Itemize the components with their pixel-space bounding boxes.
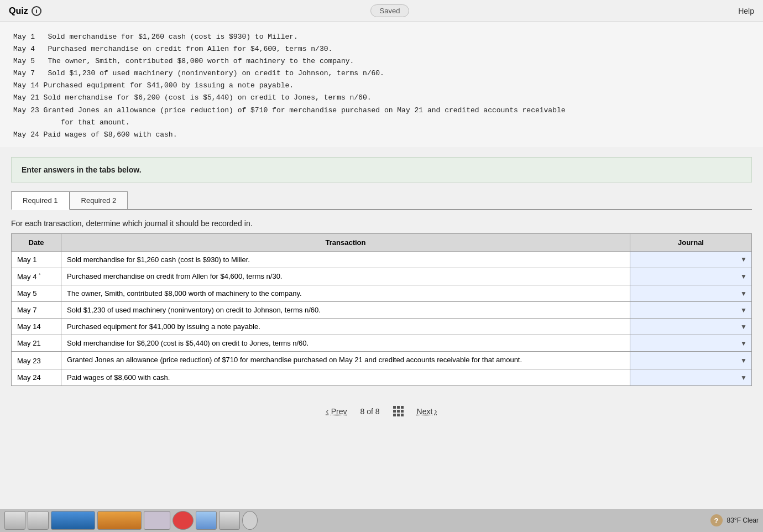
problem-area: May 1 Sold merchandise for $1,260 cash (… <box>0 22 763 148</box>
taskbar-btn-7[interactable] <box>196 511 217 530</box>
dropdown-arrow-3[interactable]: ▼ <box>740 290 747 298</box>
dropdown-arrow-6[interactable]: ▼ <box>740 340 747 347</box>
grid-icon[interactable] <box>393 406 404 416</box>
taskbar-btn-3[interactable] <box>51 511 95 530</box>
pagination: ‹ Prev 8 of 8 Next › <box>0 395 763 423</box>
problem-line-3: May 5 The owner, Smith, contributed $8,0… <box>13 55 750 67</box>
transaction-cell-8: Paid wages of $8,600 with cash. <box>61 369 630 386</box>
info-icon[interactable]: i <box>32 6 41 16</box>
date-cell-2: May 4 * <box>12 268 61 285</box>
problem-line-4: May 7 Sold $1,230 of used machinery (non… <box>13 67 750 80</box>
journal-cell-4[interactable]: ▼ <box>630 302 752 319</box>
of-label: of <box>367 407 373 416</box>
problem-line-7b: for that amount. <box>13 117 750 129</box>
instructions-text: Enter answers in the tabs below. <box>22 165 142 174</box>
next-label: Next <box>417 407 433 416</box>
journal-cell-5[interactable]: ▼ <box>630 319 752 335</box>
page-info: 8 of 8 <box>360 407 379 416</box>
prev-chevron-icon: ‹ <box>326 406 328 416</box>
journal-cell-6[interactable]: ▼ <box>630 335 752 352</box>
prev-label: Prev <box>331 407 347 416</box>
header-date: Date <box>12 233 61 251</box>
current-page: 8 <box>360 407 364 416</box>
weather-display: 83°F Clear <box>727 517 759 524</box>
prev-button[interactable]: ‹ Prev <box>326 406 347 416</box>
problem-line-5: May 14 Purchased equipment for $41,000 b… <box>13 80 750 92</box>
journal-cell-2[interactable]: ▼ <box>630 268 752 285</box>
table-row: May 4 * Purchased merchandise on credit … <box>12 268 752 285</box>
quiz-label: Quiz <box>9 6 28 16</box>
table-header-row: Date Transaction Journal <box>12 233 752 251</box>
date-cell-8: May 24 <box>12 369 61 386</box>
next-button[interactable]: Next › <box>417 406 437 416</box>
transaction-cell-1: Sold merchandise for $1,260 cash (cost i… <box>61 251 630 268</box>
main-content: Quiz i Saved Help May 1 Sold merchandise… <box>0 0 763 514</box>
taskbar-btn-1[interactable] <box>4 511 25 530</box>
transaction-cell-4: Sold $1,230 of used machinery (noninvent… <box>61 302 630 319</box>
transaction-cell-6: Sold merchandise for $6,200 (cost is $5,… <box>61 335 630 352</box>
tabs-container: Required 1 Required 2 <box>11 191 752 210</box>
table-row: May 21 Sold merchandise for $6,200 (cost… <box>12 335 752 352</box>
transaction-cell-5: Purchased equipment for $41,000 by issui… <box>61 319 630 335</box>
dropdown-arrow-7[interactable]: ▼ <box>740 357 747 364</box>
taskbar-btn-6[interactable] <box>173 511 194 530</box>
problem-line-2: May 4 Purchased merchandise on credit fr… <box>13 43 750 55</box>
transaction-cell-7: Granted Jones an allowance (price reduct… <box>61 352 630 369</box>
help-link[interactable]: Help <box>738 7 754 15</box>
date-cell-5: May 14 <box>12 319 61 335</box>
tab-required1[interactable]: Required 1 <box>11 191 70 210</box>
table-description: For each transaction, determine which jo… <box>11 219 752 228</box>
date-cell-1: May 1 <box>12 251 61 268</box>
transaction-cell-2: Purchased merchandise on credit from All… <box>61 268 630 285</box>
quiz-title-area: Quiz i <box>9 6 41 16</box>
table-row: May 14 Purchased equipment for $41,000 b… <box>12 319 752 335</box>
date-cell-6: May 21 <box>12 335 61 352</box>
dropdown-arrow-8[interactable]: ▼ <box>740 374 747 382</box>
problem-line-1: May 1 Sold merchandise for $1,260 cash (… <box>13 31 750 43</box>
dropdown-arrow-2[interactable]: ▼ <box>740 273 747 280</box>
tab-required2[interactable]: Required 2 <box>70 191 128 209</box>
top-bar: Quiz i Saved Help <box>0 0 763 22</box>
date-cell-7: May 23 <box>12 352 61 369</box>
instructions-box: Enter answers in the tabs below. <box>11 157 752 182</box>
date-cell-3: May 5 <box>12 285 61 302</box>
taskbar-apps <box>4 511 258 530</box>
table-section: For each transaction, determine which jo… <box>11 219 752 386</box>
taskbar-btn-5[interactable] <box>144 511 170 530</box>
problem-line-7: May 23 Granted Jones an allowance (price… <box>13 105 750 117</box>
taskbar-btn-8[interactable] <box>219 511 240 530</box>
problem-line-8: May 24 Paid wages of $8,600 with cash. <box>13 129 750 141</box>
saved-badge: Saved <box>370 4 410 17</box>
help-circle[interactable]: ? <box>710 514 723 526</box>
header-journal: Journal <box>630 233 752 251</box>
table-row: May 1 Sold merchandise for $1,260 cash (… <box>12 251 752 268</box>
header-transaction: Transaction <box>61 233 630 251</box>
next-chevron-icon: › <box>434 406 437 416</box>
journal-cell-7[interactable]: ▼ <box>630 352 752 369</box>
transaction-cell-3: The owner, Smith, contributed $8,000 wor… <box>61 285 630 302</box>
table-row: May 23 Granted Jones an allowance (price… <box>12 352 752 369</box>
journal-cell-3[interactable]: ▼ <box>630 285 752 302</box>
total-pages: 8 <box>375 407 380 416</box>
dropdown-arrow-5[interactable]: ▼ <box>740 323 747 331</box>
taskbar-right: ? 83°F Clear <box>710 514 759 526</box>
taskbar-btn-4[interactable] <box>97 511 142 530</box>
taskbar-btn-9[interactable] <box>242 511 258 530</box>
table-row: May 24 Paid wages of $8,600 with cash. ▼ <box>12 369 752 386</box>
problem-line-6: May 21 Sold merchandise for $6,200 (cost… <box>13 92 750 104</box>
table-row: May 5 The owner, Smith, contributed $8,0… <box>12 285 752 302</box>
journal-cell-8[interactable]: ▼ <box>630 369 752 386</box>
table-row: May 7 Sold $1,230 of used machinery (non… <box>12 302 752 319</box>
dropdown-arrow-1[interactable]: ▼ <box>740 255 747 263</box>
dropdown-arrow-4[interactable]: ▼ <box>740 306 747 314</box>
taskbar: ? 83°F Clear <box>0 509 763 532</box>
journal-table: Date Transaction Journal May 1 Sold merc… <box>11 233 752 386</box>
journal-cell-1[interactable]: ▼ <box>630 251 752 268</box>
date-cell-4: May 7 <box>12 302 61 319</box>
taskbar-btn-2[interactable] <box>28 511 49 530</box>
